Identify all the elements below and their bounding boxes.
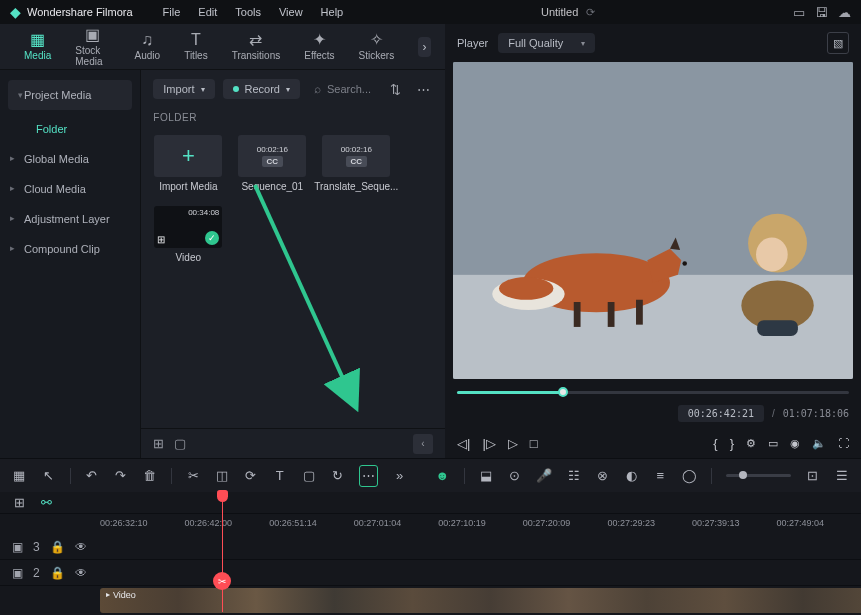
link-icon[interactable]: ⚯ xyxy=(41,495,52,510)
video-tile[interactable]: 00:34:08⊞✓ Video xyxy=(153,206,223,263)
svg-rect-9 xyxy=(608,302,615,327)
preview-panel: Player Full Quality▾ ▧ xyxy=(445,24,861,458)
playhead[interactable] xyxy=(222,492,223,612)
save-icon[interactable]: 🖫 xyxy=(815,5,828,20)
color-icon[interactable]: ◐ xyxy=(624,467,639,485)
tabs-more-button[interactable]: › xyxy=(418,37,431,57)
subtitle-icon[interactable]: ☷ xyxy=(566,467,581,485)
visibility-icon[interactable]: 👁 xyxy=(75,566,87,580)
select-tool-icon[interactable]: ▦ xyxy=(12,467,27,485)
sidebar-global-media[interactable]: ▸Global Media xyxy=(0,144,140,174)
delete-icon[interactable]: 🗑 xyxy=(142,467,157,485)
volume-icon[interactable]: 🔈 xyxy=(812,437,826,450)
play-button[interactable]: ▷ xyxy=(508,436,518,451)
more-tools-icon[interactable]: ⋯ xyxy=(359,465,378,487)
display-icon[interactable]: ▭ xyxy=(768,437,778,450)
filter-icon[interactable]: ⇅ xyxy=(385,79,405,99)
mark-in-button[interactable]: { xyxy=(713,436,717,451)
speed-icon[interactable]: ⟳ xyxy=(244,467,259,485)
timecode-total: 01:07:18:06 xyxy=(783,408,849,419)
audio-mix-icon[interactable]: ≡ xyxy=(653,467,668,485)
tab-media[interactable]: ▦Media xyxy=(24,32,51,61)
next-frame-button[interactable]: |▷ xyxy=(482,436,495,451)
sidebar-folder[interactable]: Folder xyxy=(0,114,140,144)
new-bin-icon[interactable]: ▢ xyxy=(174,436,186,451)
prev-frame-button[interactable]: ◁| xyxy=(457,436,470,451)
settings-icon[interactable]: ⚙ xyxy=(746,437,756,450)
snap-icon[interactable]: ⊞ xyxy=(14,495,25,510)
record-button[interactable]: Record▾ xyxy=(223,79,300,99)
lock-icon[interactable]: 🔒 xyxy=(50,566,65,580)
lock-icon[interactable]: 🔒 xyxy=(50,540,65,554)
render-icon[interactable]: ◯ xyxy=(682,467,697,485)
import-media-tile[interactable]: + Import Media xyxy=(153,135,223,192)
media-panel: ▦Media ▣Stock Media ♫Audio TTitles ⇄Tran… xyxy=(0,24,445,458)
timecode-current[interactable]: 00:26:42:21 xyxy=(678,405,764,422)
track-icon[interactable]: ▣ xyxy=(12,540,23,554)
voice-icon[interactable]: ⊙ xyxy=(507,467,522,485)
camera-icon[interactable]: ◉ xyxy=(790,437,800,450)
undo-icon[interactable]: ↶ xyxy=(85,467,100,485)
scrub-bar[interactable] xyxy=(457,385,849,401)
svg-point-13 xyxy=(756,237,788,271)
timeline-view-icon[interactable]: ☰ xyxy=(834,467,849,485)
crop-icon[interactable]: ◫ xyxy=(215,467,230,485)
track-v1: Video xyxy=(0,586,861,615)
tracking-icon[interactable]: ⊗ xyxy=(595,467,610,485)
cloud-icon[interactable]: ☁ xyxy=(838,5,851,20)
sidebar-cloud-media[interactable]: ▸Cloud Media xyxy=(0,174,140,204)
ai-portrait-icon[interactable]: ☻ xyxy=(435,467,450,485)
fullscreen-icon[interactable]: ⛶ xyxy=(838,437,849,449)
search-input[interactable]: ⌕Search... xyxy=(308,82,377,96)
snapshot-button[interactable]: ▧ xyxy=(827,32,849,54)
timeline-toolbar: ▦ ↖ ↶ ↷ 🗑 ✂ ◫ ⟳ T ▢ ↻ ⋯ » ☻ ⬓ ⊙ 🎤 ☷ ⊗ ◐ … xyxy=(0,458,861,492)
menu-view[interactable]: View xyxy=(279,6,303,18)
video-clip[interactable]: Video xyxy=(100,588,861,613)
logo-icon: ◆ xyxy=(10,4,21,20)
sidebar-adjustment-layer[interactable]: ▸Adjustment Layer xyxy=(0,204,140,234)
visibility-icon[interactable]: 👁 xyxy=(75,540,87,554)
quality-dropdown[interactable]: Full Quality▾ xyxy=(498,33,595,53)
sidebar-project-media[interactable]: ▾Project Media xyxy=(8,80,132,110)
menu-tools[interactable]: Tools xyxy=(235,6,261,18)
pointer-tool-icon[interactable]: ↖ xyxy=(41,467,56,485)
import-button[interactable]: Import▾ xyxy=(153,79,214,99)
tab-audio[interactable]: ♫Audio xyxy=(135,32,161,61)
menu-file[interactable]: File xyxy=(163,6,181,18)
tab-stickers[interactable]: ✧Stickers xyxy=(359,32,395,61)
player-label: Player xyxy=(457,37,488,49)
translate-sequence-tile[interactable]: 00:02:16CC Translate_Seque... xyxy=(321,135,391,192)
redo-icon[interactable]: ↷ xyxy=(113,467,128,485)
timeline: ⊞ ⚯ 00:26:32:1000:26:42:0000:26:51:1400:… xyxy=(0,492,861,615)
text-icon[interactable]: T xyxy=(272,467,287,485)
menu-edit[interactable]: Edit xyxy=(198,6,217,18)
sidebar-compound-clip[interactable]: ▸Compound Clip xyxy=(0,234,140,264)
marker-icon[interactable]: ⬓ xyxy=(479,467,494,485)
menu-help[interactable]: Help xyxy=(321,6,344,18)
tab-transitions[interactable]: ⇄Transitions xyxy=(232,32,281,61)
track-v3: ▣3🔒👁 xyxy=(0,534,861,560)
sequence-tile[interactable]: 00:02:16CC Sequence_01 xyxy=(237,135,307,192)
cut-icon[interactable]: ✂ xyxy=(186,467,201,485)
mark-out-button[interactable]: } xyxy=(730,436,734,451)
zoom-slider[interactable] xyxy=(726,474,792,477)
zoom-fit-icon[interactable]: ⊡ xyxy=(805,467,820,485)
mic-icon[interactable]: 🎤 xyxy=(536,467,552,485)
new-folder-icon[interactable]: ⊞ xyxy=(153,436,164,451)
track-icon[interactable]: ▣ xyxy=(12,566,23,580)
preview-viewport[interactable] xyxy=(453,62,853,379)
more-icon[interactable]: ⋯ xyxy=(413,79,433,99)
svg-rect-10 xyxy=(636,300,643,325)
tab-stockmedia[interactable]: ▣Stock Media xyxy=(75,27,110,67)
tab-effects[interactable]: ✦Effects xyxy=(304,32,334,61)
rotate-icon[interactable]: ↻ xyxy=(330,467,345,485)
overflow-icon[interactable]: » xyxy=(392,467,407,485)
time-ruler[interactable]: 00:26:32:1000:26:42:0000:26:51:1400:27:0… xyxy=(100,514,861,534)
collapse-button[interactable]: ‹ xyxy=(413,434,433,454)
tab-titles[interactable]: TTitles xyxy=(184,32,208,61)
asset-tabs: ▦Media ▣Stock Media ♫Audio TTitles ⇄Tran… xyxy=(0,24,445,70)
svg-rect-14 xyxy=(757,320,798,336)
frame-icon[interactable]: ▢ xyxy=(301,467,316,485)
stop-button[interactable]: □ xyxy=(530,436,538,451)
layout-icon[interactable]: ▭ xyxy=(793,5,805,20)
